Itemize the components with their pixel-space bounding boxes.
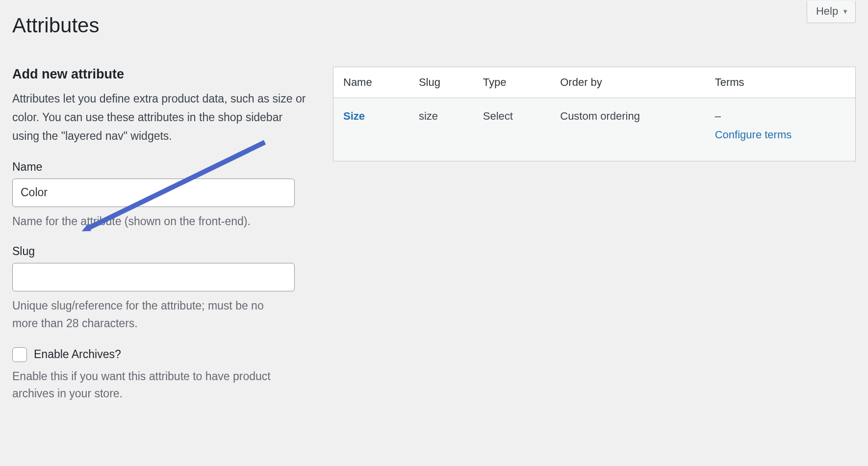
- slug-field-block: Slug Unique slug/reference for the attri…: [12, 245, 312, 332]
- col-terms: Terms: [705, 67, 856, 98]
- cell-type: Select: [473, 98, 550, 161]
- form-heading: Add new attribute: [12, 67, 312, 82]
- archives-field-block: Enable Archives? Enable this if you want…: [12, 347, 312, 403]
- form-intro: Attributes let you define extra product …: [12, 90, 312, 146]
- terms-dash: –: [715, 110, 845, 123]
- archives-hint: Enable this if you want this attribute t…: [12, 368, 287, 403]
- add-attribute-form: Add new attribute Attributes let you def…: [12, 67, 312, 417]
- table-row: Size size Select Custom ordering – Confi…: [333, 98, 856, 161]
- col-type: Type: [473, 67, 550, 98]
- attributes-table-wrap: Name Slug Type Order by Terms Size size …: [333, 67, 856, 417]
- slug-input[interactable]: [12, 263, 295, 291]
- content-columns: Add new attribute Attributes let you def…: [12, 67, 856, 417]
- configure-terms-link[interactable]: Configure terms: [715, 129, 792, 141]
- cell-order-by: Custom ordering: [550, 98, 705, 161]
- col-order-by: Order by: [550, 67, 705, 98]
- slug-hint: Unique slug/reference for the attribute;…: [12, 297, 287, 332]
- cell-name: Size: [333, 98, 409, 161]
- cell-terms: – Configure terms: [705, 98, 856, 161]
- attributes-table: Name Slug Type Order by Terms Size size …: [333, 67, 856, 161]
- name-label: Name: [12, 160, 312, 174]
- page-title: Attributes: [12, 0, 856, 44]
- attribute-name-link[interactable]: Size: [343, 110, 365, 122]
- archives-checkbox-row: Enable Archives?: [12, 347, 312, 362]
- help-tab[interactable]: Help ▼: [807, 1, 856, 23]
- col-slug: Slug: [409, 67, 473, 98]
- name-input[interactable]: [12, 179, 295, 207]
- help-label: Help: [816, 5, 838, 18]
- name-hint: Name for the attribute (shown on the fro…: [12, 213, 287, 231]
- table-header-row: Name Slug Type Order by Terms: [333, 67, 856, 98]
- archives-label: Enable Archives?: [34, 348, 121, 361]
- enable-archives-checkbox[interactable]: [12, 347, 27, 362]
- slug-label: Slug: [12, 245, 312, 258]
- col-name: Name: [333, 67, 409, 98]
- chevron-down-icon: ▼: [842, 8, 848, 15]
- cell-slug: size: [409, 98, 473, 161]
- name-field-block: Name Name for the attribute (shown on th…: [12, 160, 312, 231]
